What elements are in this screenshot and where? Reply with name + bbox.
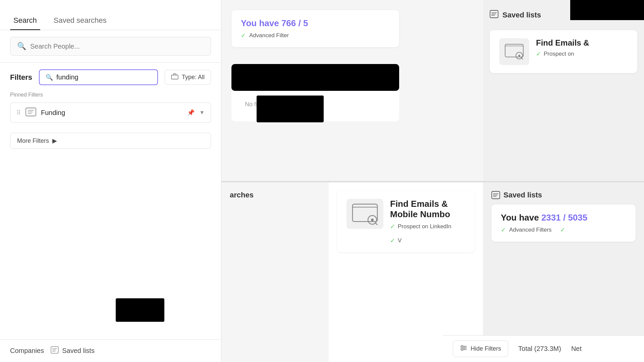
searches-label: arches <box>230 191 320 199</box>
search-people-area: 🔍 <box>0 30 221 63</box>
find-emails-card-bottom: Find Emails & Mobile Numbo ✓ Prospect on… <box>337 191 475 252</box>
advanced-filters-row-2: ✓ Advanced Filters ✓ <box>501 226 626 234</box>
svg-point-30 <box>462 346 463 347</box>
main-container: Search Saved searches 🔍 Filters 🔍 fundin… <box>0 0 644 362</box>
feature-prospect: ✓ Prospect on LinkedIn <box>390 223 451 230</box>
svg-point-16 <box>518 55 520 57</box>
top-right-section: You have 766 / 5 ✓ Advanced Filter No fi… <box>221 0 644 181</box>
check-icon-2: ✓ <box>390 237 395 244</box>
briefcase-icon <box>171 73 178 81</box>
pinned-filters-label: Pinned Filters <box>10 92 211 98</box>
svg-point-32 <box>462 349 463 351</box>
svg-point-21 <box>371 219 374 221</box>
check-icon: ✓ <box>241 32 246 39</box>
advanced-filter-label: Advanced Filter <box>249 32 289 39</box>
saved-lists-icon <box>490 10 498 20</box>
type-filter-label: Type: All <box>182 74 205 81</box>
dropdown-arrow-icon: ▼ <box>199 110 205 116</box>
saved-lists-nav-item[interactable]: Saved lists <box>51 346 95 355</box>
svg-line-22 <box>375 223 378 225</box>
net-count: Net <box>571 345 582 353</box>
filter-search-icon: 🔍 <box>46 74 53 81</box>
tab-saved-searches[interactable]: Saved searches <box>50 11 110 30</box>
funding-filter-name: Funding <box>41 109 182 117</box>
bottom-section: arches <box>221 182 644 362</box>
email-icon-box <box>499 38 529 65</box>
tab-search[interactable]: Search <box>10 11 40 30</box>
find-emails-content-bottom: Find Emails & Mobile Numbo ✓ Prospect on… <box>390 199 465 244</box>
bottom-left: arches <box>221 182 329 362</box>
advanced-filter-row: ✓ Advanced Filter <box>241 32 390 39</box>
total-count: Total (273.3M) <box>518 345 561 353</box>
check-icon-1: ✓ <box>390 223 395 230</box>
bottom-saved-lists-label: Saved lists <box>491 191 636 199</box>
sliders-icon <box>460 345 467 353</box>
tabs-area: Search Saved searches <box>0 0 221 30</box>
companies-label: Companies <box>10 347 44 355</box>
filters-title: Filters <box>10 73 32 82</box>
check-circle-icon: ✓ <box>536 50 541 58</box>
type-filter-button[interactable]: Type: All <box>165 70 211 85</box>
more-filters-button[interactable]: More Filters ▶ <box>10 133 211 149</box>
pin-icon: 📌 <box>187 109 195 116</box>
find-emails-title: Find Emails & <box>536 38 589 48</box>
email-icon-box-bottom <box>346 199 383 229</box>
you-have-card-2: You have 2331 / 5035 ✓ Advanced Filters … <box>491 204 636 242</box>
feature-v: ✓ V <box>390 237 401 244</box>
companies-nav-item[interactable]: Companies <box>10 347 44 355</box>
filter-item-funding[interactable]: ⠿ Funding 📌 ▼ <box>10 103 211 123</box>
right-cards: Saved lists <box>483 0 644 181</box>
more-filters-label: More Filters <box>17 137 49 144</box>
filter-search-wrapper[interactable]: 🔍 funding <box>39 69 158 85</box>
filters-area: Filters 🔍 funding Type: All <box>0 63 221 339</box>
bottom-toolbar: Hide Filters Total (273.3M) Net <box>443 335 644 362</box>
you-have-text-2: You have 2331 / 5035 <box>501 213 626 223</box>
right-area: You have 766 / 5 ✓ Advanced Filter No fi… <box>221 0 644 362</box>
find-emails-content: Find Emails & ✓ Prospect on <box>536 38 589 58</box>
svg-rect-18 <box>353 204 377 222</box>
funding-filter-icon <box>25 108 36 118</box>
check-icon-adv2: ✓ <box>560 226 565 234</box>
hide-filters-button[interactable]: Hide Filters <box>453 341 508 357</box>
center-column: You have 766 / 5 ✓ Advanced Filter No fi… <box>221 0 483 181</box>
expand-icon: ▶ <box>52 137 57 144</box>
find-emails-title-bottom: Find Emails & Mobile Numbo <box>390 199 465 220</box>
search-people-wrapper[interactable]: 🔍 <box>10 37 211 56</box>
pinned-filters-section: Pinned Filters ⠿ Funding 📌 ▼ <box>10 92 211 123</box>
advanced-filters-label-2: Advanced Filters <box>509 227 552 233</box>
svg-rect-0 <box>171 75 178 79</box>
bottom-nav: Companies Saved lists <box>0 339 221 362</box>
prospect-feature: ✓ Prospect on <box>536 50 589 58</box>
you-have-text: You have 766 / 5 <box>241 18 390 28</box>
you-have-card: You have 766 / 5 ✓ Advanced Filter <box>231 10 399 47</box>
find-emails-card-top: Find Emails & ✓ Prospect on <box>490 30 637 73</box>
list-icon <box>51 346 59 355</box>
search-people-input[interactable] <box>30 43 204 50</box>
search-icon: 🔍 <box>17 42 26 51</box>
left-panel: Search Saved searches 🔍 Filters 🔍 fundin… <box>0 0 221 362</box>
hide-filters-label: Hide Filters <box>471 345 501 352</box>
filter-search-input[interactable]: funding <box>56 73 151 81</box>
svg-point-31 <box>464 347 466 349</box>
drag-handle-icon: ⠿ <box>16 109 21 116</box>
filters-header: Filters 🔍 funding Type: All <box>10 69 211 85</box>
check-icon-adv: ✓ <box>501 226 506 234</box>
features-row: ✓ Prospect on LinkedIn ✓ V <box>390 223 465 244</box>
saved-lists-label: Saved lists <box>62 347 95 355</box>
